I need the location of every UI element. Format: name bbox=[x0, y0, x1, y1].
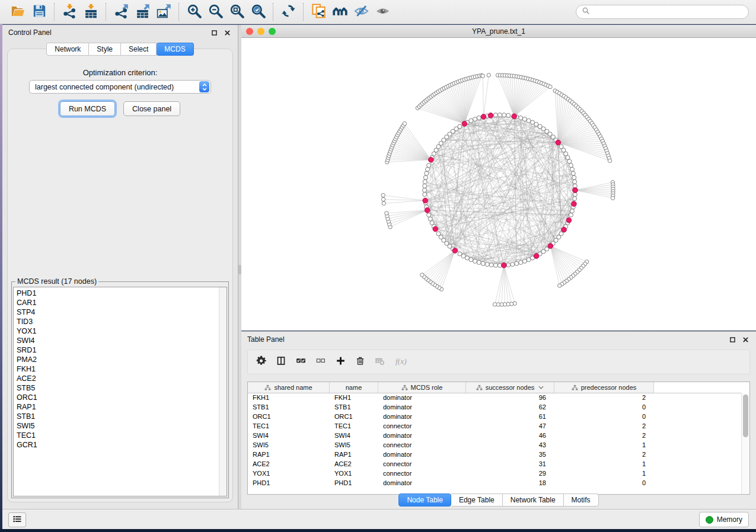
column-header-predecessor-nodes[interactable]: predecessor nodes bbox=[554, 382, 654, 393]
open-file-button[interactable] bbox=[7, 2, 28, 21]
table-scrollbar[interactable] bbox=[741, 393, 749, 494]
list-item[interactable]: STP4 bbox=[17, 307, 227, 317]
column-header-name[interactable]: name bbox=[330, 382, 378, 393]
list-item[interactable]: ACE2 bbox=[17, 374, 227, 383]
toggle-column-icon bbox=[276, 355, 286, 368]
tab-network-table[interactable]: Network Table bbox=[503, 493, 564, 507]
zoom-out-button[interactable] bbox=[205, 2, 226, 21]
export-table-button[interactable] bbox=[132, 2, 153, 21]
list-item[interactable]: STB1 bbox=[17, 412, 227, 421]
list-item[interactable]: ORC1 bbox=[17, 393, 227, 402]
close-icon[interactable] bbox=[741, 335, 750, 344]
table-row[interactable]: YOX1YOX1connector291 bbox=[248, 469, 749, 479]
main-toolbar bbox=[0, 0, 756, 24]
toolbar-separator bbox=[303, 3, 304, 21]
list-item[interactable]: GCR1 bbox=[17, 440, 227, 450]
list-item[interactable]: RAP1 bbox=[17, 402, 227, 412]
import-table-button[interactable] bbox=[80, 2, 101, 21]
delete-column-icon bbox=[356, 355, 365, 368]
list-icon bbox=[12, 514, 22, 526]
select-all-checks-button[interactable] bbox=[296, 355, 306, 368]
first-neighbors-icon bbox=[333, 4, 347, 21]
list-item[interactable]: SWI4 bbox=[17, 336, 227, 345]
table-row[interactable]: TEC1TEC1connector472 bbox=[248, 422, 749, 431]
add-column-icon bbox=[336, 355, 346, 368]
list-item[interactable]: TEC1 bbox=[17, 431, 227, 440]
memory-status-icon bbox=[706, 516, 713, 524]
hide-selected-button[interactable] bbox=[350, 2, 372, 21]
memory-button[interactable]: Memory bbox=[699, 512, 749, 527]
function-builder-icon: f(x) bbox=[395, 355, 412, 368]
mcds-result-list[interactable]: PHD1CAR1STP4TID3YOX1SWI4SRD1PMA2FKH1ACE2… bbox=[13, 287, 227, 496]
list-item[interactable]: PHD1 bbox=[17, 289, 227, 298]
show-all-button[interactable] bbox=[372, 2, 393, 21]
import-network-button[interactable] bbox=[59, 2, 80, 21]
task-history-button[interactable] bbox=[8, 512, 26, 527]
column-header-successor-nodes[interactable]: successor nodes bbox=[466, 382, 554, 393]
list-item[interactable]: CAR1 bbox=[17, 298, 227, 307]
mcds-panel: Optimization criterion: largest connecte… bbox=[7, 49, 233, 502]
add-column-button[interactable] bbox=[336, 355, 346, 368]
list-item[interactable]: SWI5 bbox=[17, 421, 227, 431]
export-image-button[interactable] bbox=[153, 2, 174, 21]
table-row[interactable]: SWI4SWI4dominator462 bbox=[248, 431, 749, 441]
tab-edge-table[interactable]: Edge Table bbox=[451, 493, 503, 507]
list-item[interactable]: PMA2 bbox=[17, 355, 227, 364]
table-row[interactable]: RAP1RAP1dominator352 bbox=[248, 450, 749, 460]
refresh-view-button[interactable] bbox=[277, 2, 299, 21]
first-neighbors-button[interactable] bbox=[329, 2, 350, 21]
zoom-in-button[interactable] bbox=[183, 2, 205, 21]
tab-style[interactable]: Style bbox=[89, 43, 121, 56]
save-session-button[interactable] bbox=[28, 2, 50, 21]
zoom-selected-button[interactable] bbox=[247, 2, 269, 21]
float-icon[interactable] bbox=[209, 28, 219, 37]
memory-button-label: Memory bbox=[717, 515, 742, 524]
table-row[interactable]: FKH1FKH1dominator962 bbox=[248, 393, 749, 403]
list-scrollbar[interactable] bbox=[219, 287, 227, 496]
deselect-all-checks-button[interactable] bbox=[316, 355, 326, 368]
column-header-MCDS-role[interactable]: MCDS role bbox=[378, 382, 466, 393]
table-row[interactable]: STB1STB1dominator620 bbox=[248, 403, 749, 412]
zoom-fit-button[interactable] bbox=[226, 2, 247, 21]
delete-table-icon bbox=[375, 355, 385, 368]
list-item[interactable]: FKH1 bbox=[17, 364, 227, 374]
criterion-select[interactable]: largest connected component (undirected) bbox=[29, 80, 211, 94]
list-item[interactable]: SRD1 bbox=[17, 345, 227, 355]
network-canvas[interactable] bbox=[241, 38, 756, 331]
table-row[interactable]: PHD1PHD1dominator180 bbox=[248, 479, 749, 488]
close-panel-button[interactable]: Close panel bbox=[123, 101, 180, 116]
toggle-column-button[interactable] bbox=[276, 355, 286, 368]
table-row[interactable]: SWI5SWI5connector431 bbox=[248, 441, 749, 450]
toolbar-separator bbox=[273, 3, 273, 21]
function-builder-button: f(x) bbox=[395, 355, 412, 368]
export-network-button[interactable] bbox=[110, 2, 132, 21]
list-item[interactable]: STB5 bbox=[17, 383, 227, 393]
duplicate-network-button[interactable] bbox=[308, 2, 329, 21]
toolbar-separator bbox=[106, 3, 106, 21]
control-panel: Control Panel NetworkStyleSelectMCDS Opt… bbox=[2, 25, 238, 509]
tab-mcds[interactable]: MCDS bbox=[157, 43, 193, 56]
list-item[interactable]: TID3 bbox=[17, 317, 227, 326]
table-row[interactable]: ACE2ACE2connector311 bbox=[248, 460, 749, 469]
delete-column-button[interactable] bbox=[356, 355, 365, 368]
export-image-icon bbox=[157, 4, 171, 21]
zoom-fit-icon bbox=[229, 4, 244, 21]
duplicate-network-icon bbox=[311, 4, 326, 21]
list-item[interactable]: YOX1 bbox=[17, 326, 227, 336]
close-icon[interactable] bbox=[222, 28, 232, 37]
export-table-icon bbox=[135, 4, 150, 21]
tab-select[interactable]: Select bbox=[121, 43, 157, 56]
search-box[interactable] bbox=[576, 5, 749, 19]
show-all-icon bbox=[375, 4, 390, 21]
import-network-icon bbox=[62, 4, 77, 21]
search-input[interactable] bbox=[594, 7, 743, 17]
float-icon[interactable] bbox=[728, 335, 737, 344]
tab-node-table[interactable]: Node Table bbox=[398, 493, 451, 507]
settings-gear-button[interactable] bbox=[256, 355, 266, 368]
tab-motifs[interactable]: Motifs bbox=[564, 493, 599, 507]
tab-network[interactable]: Network bbox=[46, 43, 89, 56]
column-header-shared-name[interactable]: shared name bbox=[248, 382, 330, 393]
criterion-value: largest connected component (undirected) bbox=[30, 83, 199, 91]
table-row[interactable]: ORC1ORC1dominator610 bbox=[248, 412, 749, 422]
run-mcds-button[interactable]: Run MCDS bbox=[60, 101, 115, 116]
